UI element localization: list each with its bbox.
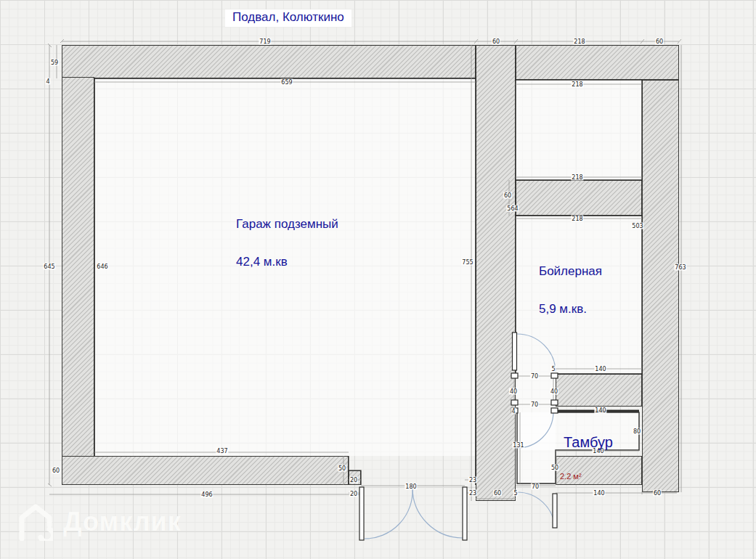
- room-name: Бойлерная: [539, 262, 602, 281]
- room-area: 42,4 м.кв: [236, 253, 338, 272]
- dim-label: 60: [655, 38, 664, 45]
- dim-label: 5: [550, 366, 556, 372]
- dim-label: 40: [509, 388, 518, 395]
- dim-label: 4: [511, 408, 516, 415]
- room-label-tambur: Тамбур 2.2 м²: [564, 415, 613, 499]
- dim-label: 564: [506, 205, 519, 212]
- dim-label: 5: [513, 490, 518, 497]
- door-jamb: [551, 408, 558, 413]
- dim-label: 60: [492, 38, 500, 45]
- dim-label: 131: [512, 442, 524, 449]
- door-leaf-garage-right: [463, 487, 467, 540]
- dim-label: 40: [550, 388, 558, 395]
- watermark: Домклик: [18, 503, 182, 541]
- dim-label: 218: [571, 81, 583, 88]
- dim-label: 70: [530, 373, 539, 380]
- watermark-text: Домклик: [63, 507, 182, 537]
- dim-label: 60: [653, 490, 662, 497]
- dim-label: 218: [571, 174, 583, 181]
- dim-label: 763: [674, 264, 686, 271]
- door-leaf-garage-left: [359, 487, 364, 540]
- door-arc-boiler: [517, 334, 556, 372]
- dim-label: 218: [571, 216, 583, 222]
- dim-label: 719: [259, 38, 271, 45]
- room-name: Тамбур: [564, 434, 613, 450]
- dim-label: 437: [216, 448, 228, 454]
- dim-label: 60: [503, 192, 512, 199]
- dim-label: 4: [45, 78, 50, 85]
- dim-label: 496: [200, 491, 213, 498]
- dim-label: 60: [493, 490, 502, 497]
- dim-label: 645: [43, 264, 55, 270]
- room-label-boiler: Бойлерная 5,9 м.кв.: [539, 243, 602, 338]
- door-arc-garage-right: [412, 488, 463, 538]
- room-area: 2.2 м²: [560, 472, 613, 481]
- room-area: 5,9 м.кв.: [539, 300, 602, 319]
- dim-label: 20: [349, 477, 358, 483]
- dim-label: 140: [594, 366, 606, 372]
- door-symbols: [359, 332, 558, 540]
- dim-label: 503: [631, 223, 643, 229]
- door-leaf-tambur-exit: [553, 494, 557, 528]
- plan-linework: [0, 0, 756, 559]
- room-label-garage: Гараж подземный 42,4 м.кв: [236, 196, 338, 290]
- dim-label: 70: [531, 483, 540, 490]
- dim-label: 646: [96, 264, 108, 270]
- dim-label: 755: [461, 259, 473, 266]
- dim-label: 218: [573, 38, 585, 45]
- dim-label: 80: [633, 428, 641, 435]
- dim-label: 70: [530, 401, 539, 408]
- floorplan-canvas[interactable]: 7196021860659218594645646755763218605642…: [0, 0, 756, 559]
- door-jamb: [551, 400, 558, 405]
- dim-label: 59: [50, 60, 59, 66]
- dim-label: 60: [52, 468, 60, 474]
- room-name: Гараж подземный: [236, 215, 338, 234]
- door-arc-garage-left: [365, 488, 412, 539]
- dim-label: 50: [338, 465, 346, 472]
- page-title: Подвал, Колюткино: [225, 9, 351, 27]
- dim-label: 23: [468, 477, 477, 483]
- door-arc-tambur-exit: [517, 492, 555, 528]
- dim-label: 20: [349, 491, 358, 497]
- dim-label: 50: [550, 465, 559, 471]
- door-jamb: [511, 400, 518, 405]
- door-jamb: [551, 373, 558, 378]
- door-leaf-boiler: [513, 332, 517, 370]
- dim-label: 659: [280, 79, 293, 86]
- dim-label: 23: [468, 490, 477, 497]
- dim-label: 140: [594, 407, 606, 414]
- house-logo-icon: [18, 503, 53, 541]
- dim-label: 180: [405, 483, 417, 490]
- door-jamb: [511, 373, 518, 378]
